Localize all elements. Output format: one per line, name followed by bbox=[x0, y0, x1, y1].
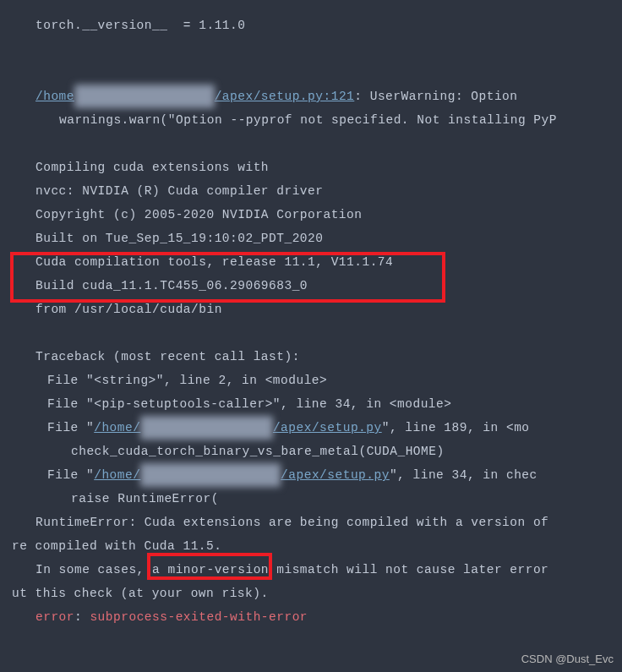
redacted-path: xxxxxxxxxxxxxxxxxx bbox=[74, 85, 215, 108]
cuda-tools-line: Cuda compilation tools, release 11.1, V1… bbox=[12, 250, 622, 274]
blank-line bbox=[12, 37, 622, 61]
setup-path-warning-line: /homexxxxxxxxxxxxxxxxxx/apex/setup.py:12… bbox=[12, 85, 622, 108]
watermark: CSDN @Dust_Evc bbox=[521, 653, 614, 665]
copyright-line: Copyright (c) 2005-2020 NVIDIA Corporati… bbox=[12, 203, 622, 227]
error-line: error: subprocess-exited-with-error bbox=[12, 605, 622, 629]
traceback-frame: File "<pip-setuptools-caller>", line 34,… bbox=[12, 392, 622, 416]
file-path-link[interactable]: /home/xxxxxxxxxxxxxxxxxx/apex/setup.py bbox=[94, 468, 390, 482]
warnings-line: warnings.warn("Option --pyprof not speci… bbox=[12, 108, 622, 132]
blank-line bbox=[12, 61, 622, 85]
file-path-link[interactable]: /home/xxxxxxxxxxxxxxxxx/apex/setup.py bbox=[94, 421, 381, 434]
file-path-link[interactable]: /homexxxxxxxxxxxxxxxxxx/apex/setup.py:12… bbox=[35, 90, 354, 103]
from-path-line: from /usr/local/cuda/bin bbox=[12, 298, 622, 321]
torch-version-line: torch.__version__ = 1.11.0 bbox=[12, 14, 622, 37]
error-message: subprocess-exited-with-error bbox=[90, 610, 308, 624]
blank-line bbox=[12, 132, 622, 156]
runtime-error-cont: re compiled with Cuda 11.5. bbox=[12, 534, 622, 558]
built-on-line: Built on Tue_Sep_15_19:10:02_PDT_2020 bbox=[12, 227, 622, 250]
traceback-header: Traceback (most recent call last): bbox=[12, 345, 622, 369]
traceback-code-line: raise RuntimeError( bbox=[12, 487, 622, 511]
runtime-error-line: RuntimeError: Cuda extensions are being … bbox=[12, 511, 622, 534]
error-label: error bbox=[35, 610, 74, 624]
note-line: In some cases, a minor-version mismatch … bbox=[12, 558, 622, 582]
traceback-frame: File "/home/xxxxxxxxxxxxxxxxxx/apex/setu… bbox=[12, 463, 622, 487]
traceback-frame: File "<string>", line 2, in <module> bbox=[12, 369, 622, 392]
compiling-line: Compiling cuda extensions with bbox=[12, 156, 622, 179]
redacted-path: xxxxxxxxxxxxxxxxx bbox=[140, 416, 272, 440]
cuda-build-line: Build cuda_11.1.TC455_06.29069683_0 bbox=[12, 274, 622, 298]
blank-line bbox=[12, 321, 622, 345]
note-line-cont: ut this check (at your own risk). bbox=[12, 582, 622, 605]
traceback-frame: File "/home/xxxxxxxxxxxxxxxxx/apex/setup… bbox=[12, 416, 622, 440]
nvcc-line: nvcc: NVIDIA (R) Cuda compiler driver bbox=[12, 179, 622, 203]
traceback-code-line: check_cuda_torch_binary_vs_bare_metal(CU… bbox=[12, 440, 622, 463]
redacted-path: xxxxxxxxxxxxxxxxxx bbox=[140, 463, 281, 487]
